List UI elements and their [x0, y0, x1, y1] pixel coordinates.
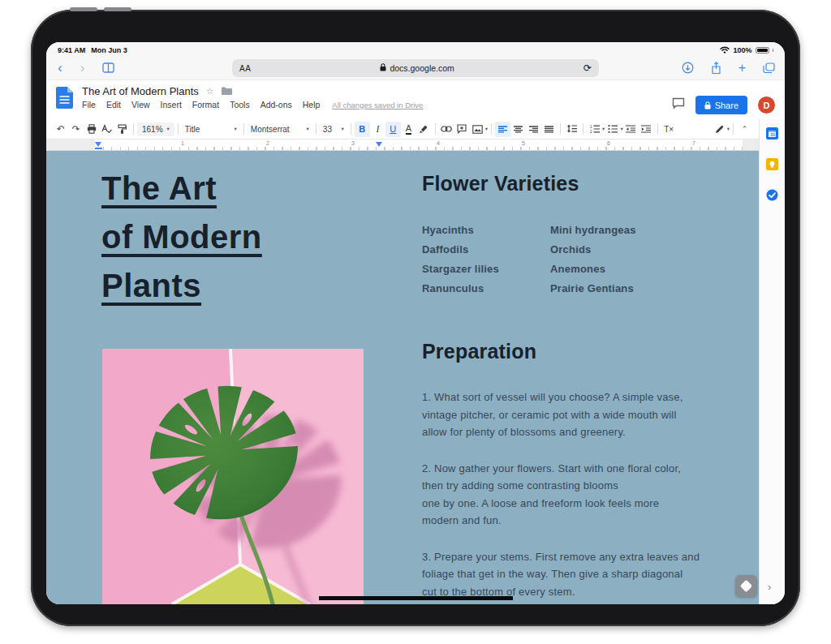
ruler-number: 6 — [607, 140, 610, 146]
reader-aa-button[interactable]: AA — [239, 64, 251, 73]
insert-image-caret[interactable]: ▾ — [485, 126, 488, 132]
align-left-button[interactable] — [495, 122, 510, 137]
font-select[interactable]: Montserrat ▾ — [248, 122, 312, 136]
highlight-color-icon[interactable] — [416, 122, 432, 137]
numbered-list-icon[interactable]: 12 — [587, 122, 602, 137]
align-right-button[interactable] — [526, 122, 541, 137]
document-title[interactable]: The Art of Modern Plants — [82, 85, 199, 97]
preparation-paragraphs[interactable]: 1. What sort of vessel will you choose? … — [422, 389, 700, 604]
back-icon[interactable]: ‹ — [58, 61, 62, 75]
google-docs-icon[interactable] — [56, 85, 73, 119]
monstera-photo[interactable] — [102, 349, 364, 604]
ruler[interactable]: 1 2 3 4 5 6 7 — [46, 140, 759, 151]
tab-stop-marker[interactable] — [376, 142, 382, 147]
menu-edit[interactable]: Edit — [106, 100, 121, 109]
menu-insert[interactable]: Insert — [161, 100, 182, 109]
clock: 9:41 AM — [58, 46, 85, 54]
avatar[interactable]: D — [758, 97, 775, 114]
zoom-select[interactable]: 161% ▾ — [137, 122, 174, 136]
spellcheck-icon[interactable] — [99, 122, 114, 137]
insert-comment-icon[interactable] — [454, 122, 470, 137]
battery-icon — [756, 47, 769, 54]
doc-heading-title[interactable]: The Art of Modern Plants — [101, 164, 262, 310]
paragraph-2: 2. Now gather your flowers. Start with o… — [422, 460, 700, 530]
preparation-heading[interactable]: Preparation — [422, 340, 536, 363]
collapse-toolbar-icon[interactable]: ⌃ — [737, 122, 752, 137]
menu-addons[interactable]: Add-ons — [260, 100, 292, 109]
flower-list[interactable]: Hyacinths Mini hydrangeas Daffodils Orch… — [422, 221, 636, 298]
safari-toolbar: ‹ › AA docs.google.com ⟳ — [46, 56, 785, 80]
share-icon[interactable] — [711, 62, 721, 75]
undo-icon[interactable]: ↶ — [53, 122, 68, 137]
menu-view[interactable]: View — [131, 100, 150, 109]
flower-item: Ranunculus — [422, 279, 550, 298]
bold-button[interactable]: B — [355, 122, 370, 137]
explore-button[interactable] — [735, 575, 757, 597]
address-bar[interactable]: AA docs.google.com ⟳ — [232, 59, 599, 77]
text-color-button[interactable]: A — [401, 122, 416, 137]
insert-link-icon[interactable] — [439, 122, 454, 137]
google-calendar-icon[interactable]: 31 — [766, 127, 778, 140]
redo-icon[interactable]: ↷ — [68, 122, 84, 137]
line-spacing-icon[interactable] — [564, 122, 579, 137]
svg-text:2: 2 — [590, 130, 592, 133]
align-center-button[interactable] — [510, 122, 526, 137]
comments-icon[interactable] — [672, 97, 685, 113]
justify-button[interactable] — [541, 122, 557, 137]
explore-icon — [740, 580, 753, 593]
menu-file[interactable]: File — [82, 100, 96, 109]
flower-item: Anemones — [550, 260, 636, 279]
volume-down-button — [104, 7, 131, 11]
increase-indent-icon[interactable] — [639, 122, 654, 137]
forward-icon[interactable]: › — [80, 61, 85, 75]
flower-varieties-heading[interactable]: Flower Varieties — [422, 172, 579, 195]
bulleted-list-icon[interactable] — [605, 122, 620, 137]
paragraph-1: 1. What sort of vessel will you choose? … — [422, 389, 700, 441]
menu-tools[interactable]: Tools — [230, 100, 250, 109]
wifi-icon — [720, 46, 730, 55]
side-panel: 31 › — [759, 119, 785, 604]
volume-up-button — [70, 7, 97, 11]
paint-format-icon[interactable] — [114, 122, 130, 137]
paragraph-3: 3. Prepare your stems. First remove any … — [422, 548, 700, 601]
decrease-indent-icon[interactable] — [623, 122, 639, 137]
document-canvas[interactable]: The Art of Modern Plants Flower Varietie… — [46, 151, 759, 604]
menu-help[interactable]: Help — [303, 100, 321, 109]
new-tab-icon[interactable]: + — [738, 61, 746, 75]
insert-image-icon[interactable] — [470, 122, 485, 137]
status-bar: 9:41 AM Mon Jun 3 100% — [46, 42, 785, 56]
refresh-icon[interactable]: ⟳ — [583, 62, 592, 74]
paragraph-style-select[interactable]: Title ▾ — [182, 122, 240, 136]
share-button[interactable]: Share — [695, 96, 747, 114]
move-folder-icon[interactable] — [222, 85, 232, 97]
print-icon[interactable] — [84, 122, 99, 137]
svg-text:31: 31 — [770, 132, 775, 137]
ruler-number: 5 — [522, 140, 525, 146]
save-status-link[interactable]: All changes saved in Drive — [332, 101, 423, 109]
flower-item: Daffodils — [422, 240, 550, 260]
sidebar-book-icon[interactable] — [102, 62, 114, 73]
clear-formatting-icon[interactable]: T× — [661, 122, 677, 137]
editing-mode-caret[interactable]: ▾ — [727, 126, 730, 132]
google-keep-icon[interactable] — [766, 158, 778, 170]
ruler-number: 7 — [692, 140, 695, 146]
ruler-number: 4 — [437, 140, 440, 146]
hide-panel-chevron-icon[interactable]: › — [768, 581, 771, 593]
left-indent-marker[interactable] — [95, 142, 101, 147]
italic-button[interactable]: I — [370, 122, 385, 137]
google-tasks-icon[interactable] — [766, 189, 778, 201]
downloads-icon[interactable] — [682, 62, 694, 74]
tabs-icon[interactable] — [763, 62, 775, 74]
svg-text:1: 1 — [590, 125, 592, 129]
editing-mode-pencil-icon[interactable] — [712, 122, 727, 137]
underline-button[interactable]: U — [385, 122, 401, 137]
lock-icon — [380, 63, 386, 73]
flower-item: Orchids — [550, 240, 636, 260]
font-size-select[interactable]: 33 ▾ — [320, 122, 347, 136]
menu-format[interactable]: Format — [192, 100, 219, 109]
ruler-number: 3 — [351, 140, 355, 146]
drawn-underline — [319, 596, 513, 600]
star-icon[interactable]: ☆ — [206, 86, 214, 97]
left-indent-bar[interactable] — [95, 148, 102, 150]
style-value: Title — [185, 125, 200, 134]
